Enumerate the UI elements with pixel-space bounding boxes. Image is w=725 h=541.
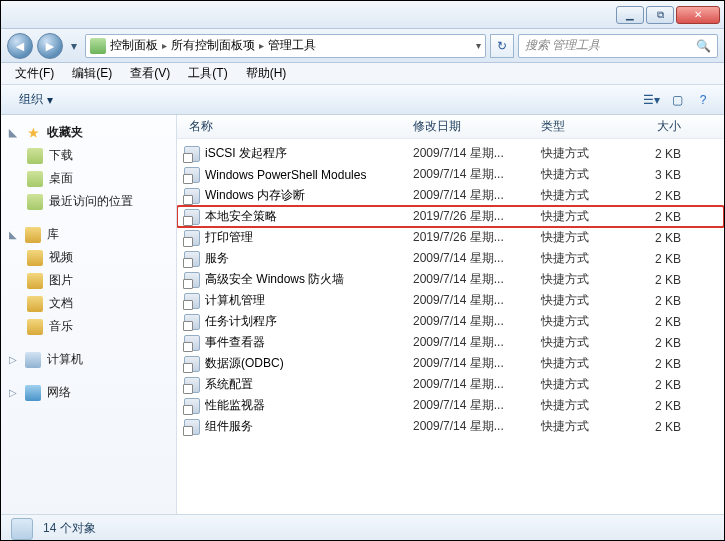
folder-icon: [27, 148, 43, 164]
view-mode-button[interactable]: ☰▾: [638, 89, 664, 111]
maximize-button[interactable]: ⧉: [646, 6, 674, 24]
file-type: 快捷方式: [541, 166, 631, 183]
chevron-right-icon[interactable]: ▸: [259, 40, 264, 51]
chevron-right-icon[interactable]: ▸: [162, 40, 167, 51]
file-size: 2 KB: [631, 273, 691, 287]
sidebar-item-recent[interactable]: 最近访问的位置: [5, 190, 172, 213]
file-type: 快捷方式: [541, 334, 631, 351]
file-name: 本地安全策略: [205, 208, 413, 225]
shortcut-icon: [183, 398, 201, 414]
file-size: 2 KB: [631, 336, 691, 350]
sidebar-libraries-head[interactable]: ◣ 库: [5, 223, 172, 246]
sidebar-item-pictures[interactable]: 图片: [5, 269, 172, 292]
breadcrumb[interactable]: 控制面板 ▸ 所有控制面板项 ▸ 管理工具: [110, 37, 316, 54]
file-name: 高级安全 Windows 防火墙: [205, 271, 413, 288]
computer-icon: [25, 352, 41, 368]
file-date: 2019/7/26 星期...: [413, 229, 541, 246]
sidebar-item-label: 文档: [49, 295, 73, 312]
column-type[interactable]: 类型: [541, 118, 631, 135]
back-button[interactable]: ◄: [7, 33, 33, 59]
list-item[interactable]: 本地安全策略2019/7/26 星期...快捷方式2 KB: [177, 206, 724, 227]
file-date: 2009/7/14 星期...: [413, 418, 541, 435]
list-item[interactable]: 事件查看器2009/7/14 星期...快捷方式2 KB: [177, 332, 724, 353]
list-item[interactable]: 系统配置2009/7/14 星期...快捷方式2 KB: [177, 374, 724, 395]
file-type: 快捷方式: [541, 313, 631, 330]
shortcut-icon: [183, 146, 201, 162]
file-size: 2 KB: [631, 189, 691, 203]
refresh-button[interactable]: ↻: [490, 34, 514, 58]
expand-icon: ▷: [9, 387, 19, 398]
list-item[interactable]: Windows PowerShell Modules2009/7/14 星期..…: [177, 164, 724, 185]
file-name: 打印管理: [205, 229, 413, 246]
history-dropdown[interactable]: ▾: [67, 34, 81, 58]
chevron-down-icon: ▾: [654, 93, 660, 107]
file-size: 2 KB: [631, 315, 691, 329]
shortcut-icon: [183, 377, 201, 393]
list-item[interactable]: 任务计划程序2009/7/14 星期...快捷方式2 KB: [177, 311, 724, 332]
sidebar-network-head[interactable]: ▷ 网络: [5, 381, 172, 404]
list-item[interactable]: 高级安全 Windows 防火墙2009/7/14 星期...快捷方式2 KB: [177, 269, 724, 290]
shortcut-icon: [183, 272, 201, 288]
search-input[interactable]: 搜索 管理工具 🔍: [518, 34, 718, 58]
menu-bar: 文件(F) 编辑(E) 查看(V) 工具(T) 帮助(H): [1, 63, 724, 85]
help-button[interactable]: ?: [690, 89, 716, 111]
column-size[interactable]: 大小: [631, 118, 691, 135]
sidebar-item-desktop[interactable]: 桌面: [5, 167, 172, 190]
file-type: 快捷方式: [541, 376, 631, 393]
file-name: 组件服务: [205, 418, 413, 435]
sidebar-item-label: 视频: [49, 249, 73, 266]
organize-button[interactable]: 组织 ▾: [9, 87, 63, 112]
list-item[interactable]: 组件服务2009/7/14 星期...快捷方式2 KB: [177, 416, 724, 437]
toolbar: 组织 ▾ ☰▾ ▢ ?: [1, 85, 724, 115]
file-date: 2009/7/14 星期...: [413, 334, 541, 351]
file-date: 2009/7/14 星期...: [413, 397, 541, 414]
sidebar-item-music[interactable]: 音乐: [5, 315, 172, 338]
address-bar[interactable]: 控制面板 ▸ 所有控制面板项 ▸ 管理工具 ▾: [85, 34, 486, 58]
file-date: 2019/7/26 星期...: [413, 208, 541, 225]
menu-tools[interactable]: 工具(T): [180, 63, 235, 84]
shortcut-icon: [183, 335, 201, 351]
list-item[interactable]: 数据源(ODBC)2009/7/14 星期...快捷方式2 KB: [177, 353, 724, 374]
shortcut-icon: [183, 356, 201, 372]
sidebar-network: ▷ 网络: [5, 381, 172, 404]
column-date[interactable]: 修改日期: [413, 118, 541, 135]
preview-pane-button[interactable]: ▢: [664, 89, 690, 111]
crumb-2[interactable]: 管理工具: [268, 37, 316, 54]
file-type: 快捷方式: [541, 145, 631, 162]
sidebar-favorites-head[interactable]: ◣ ★ 收藏夹: [5, 121, 172, 144]
menu-edit[interactable]: 编辑(E): [64, 63, 120, 84]
sidebar-item-videos[interactable]: 视频: [5, 246, 172, 269]
list-item[interactable]: 服务2009/7/14 星期...快捷方式2 KB: [177, 248, 724, 269]
sidebar-item-documents[interactable]: 文档: [5, 292, 172, 315]
forward-button[interactable]: ►: [37, 33, 63, 59]
nav-row: ◄ ► ▾ 控制面板 ▸ 所有控制面板项 ▸ 管理工具 ▾ ↻ 搜索 管理工具 …: [1, 29, 724, 63]
sidebar-computer-head[interactable]: ▷ 计算机: [5, 348, 172, 371]
list-item[interactable]: 性能监视器2009/7/14 星期...快捷方式2 KB: [177, 395, 724, 416]
folder-icon: [27, 194, 43, 210]
sidebar-item-downloads[interactable]: 下载: [5, 144, 172, 167]
library-icon: [27, 319, 43, 335]
shortcut-icon: [183, 230, 201, 246]
list-item[interactable]: Windows 内存诊断2009/7/14 星期...快捷方式2 KB: [177, 185, 724, 206]
control-panel-icon: [90, 38, 106, 54]
file-date: 2009/7/14 星期...: [413, 166, 541, 183]
file-name: 任务计划程序: [205, 313, 413, 330]
crumb-1[interactable]: 所有控制面板项: [171, 37, 255, 54]
file-size: 2 KB: [631, 231, 691, 245]
list-item[interactable]: 计算机管理2009/7/14 星期...快捷方式2 KB: [177, 290, 724, 311]
menu-view[interactable]: 查看(V): [122, 63, 178, 84]
menu-help[interactable]: 帮助(H): [238, 63, 295, 84]
list-item[interactable]: 打印管理2019/7/26 星期...快捷方式2 KB: [177, 227, 724, 248]
file-size: 2 KB: [631, 357, 691, 371]
address-dropdown-icon[interactable]: ▾: [476, 40, 481, 51]
list-item[interactable]: iSCSI 发起程序2009/7/14 星期...快捷方式2 KB: [177, 143, 724, 164]
library-icon: [27, 273, 43, 289]
close-button[interactable]: ✕: [676, 6, 720, 24]
crumb-0[interactable]: 控制面板: [110, 37, 158, 54]
file-date: 2009/7/14 星期...: [413, 145, 541, 162]
column-name[interactable]: 名称: [183, 118, 413, 135]
minimize-button[interactable]: ▁: [616, 6, 644, 24]
menu-file[interactable]: 文件(F): [7, 63, 62, 84]
search-icon[interactable]: 🔍: [696, 39, 711, 53]
file-name: 数据源(ODBC): [205, 355, 413, 372]
